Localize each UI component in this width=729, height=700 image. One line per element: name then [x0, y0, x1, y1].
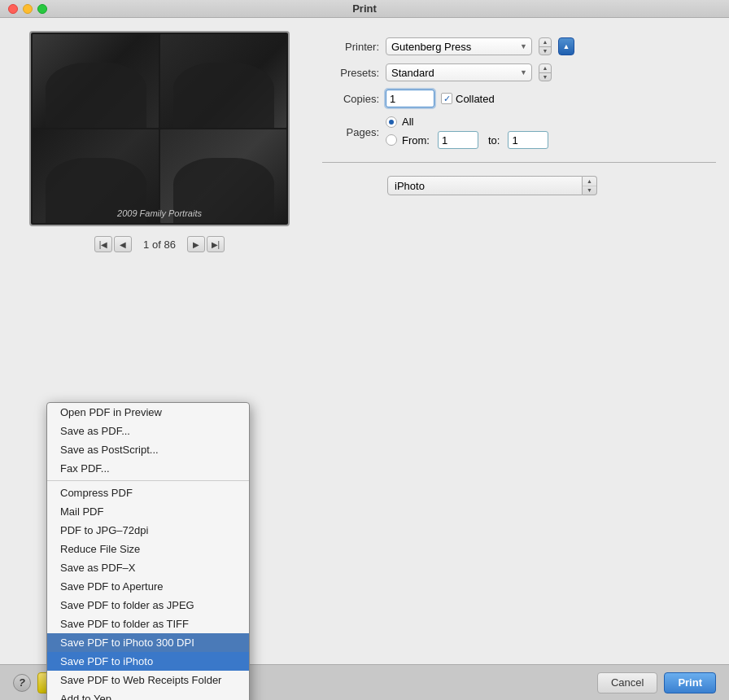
to-label: to:: [488, 134, 500, 147]
first-page-button[interactable]: |◀: [94, 236, 112, 252]
to-input[interactable]: [508, 131, 548, 149]
printer-info-button[interactable]: ▲: [558, 37, 574, 55]
pages-radio-group: All From: to:: [386, 116, 548, 149]
pdf-menu-item-add-yep[interactable]: Add to Yep: [47, 689, 249, 700]
photo-caption: 2009 Family Portraits: [31, 208, 288, 218]
cancel-button[interactable]: Cancel: [597, 672, 657, 693]
iphoto-stepper-up[interactable]: ▲: [583, 177, 596, 186]
presets-select[interactable]: Standard: [386, 63, 532, 81]
page-indicator: 1 of 86: [143, 238, 176, 251]
iphoto-stepper[interactable]: ▲ ▼: [583, 176, 597, 195]
pdf-menu-item-fax-pdf[interactable]: Fax PDF...: [47, 459, 249, 478]
printer-stepper[interactable]: ▲ ▼: [539, 37, 552, 55]
nav-group-right: ▶ ▶|: [187, 236, 225, 252]
printer-row: Printer: Gutenberg Press ▲ ▼ ▲: [322, 37, 716, 55]
pdf-menu-item-save-iphoto-300[interactable]: Save PDF to iPhoto 300 DPI: [47, 633, 249, 652]
pdf-menu-item-compress-pdf[interactable]: Compress PDF: [47, 483, 249, 502]
pdf-menu-item-save-iphoto[interactable]: Save PDF to iPhoto: [47, 652, 249, 671]
iphoto-select[interactable]: iPhoto: [387, 176, 583, 195]
window-controls: [8, 4, 47, 14]
pages-label: Pages:: [322, 126, 379, 138]
photo-cell-1: [33, 34, 159, 128]
print-dialog: Print 2009 Family Portraits |◀ ◀ 1: [0, 0, 729, 700]
collated-checkbox[interactable]: [441, 93, 452, 104]
pdf-menu-item-save-pdfx[interactable]: Save as PDF–X: [47, 558, 249, 577]
pdf-menu-item-save-jpeg[interactable]: Save PDF to folder as JPEG: [47, 596, 249, 615]
from-radio-row: From: to:: [386, 131, 548, 149]
copies-label: Copies:: [322, 93, 379, 105]
nav-group-left: |◀ ◀: [94, 236, 132, 252]
collated-row: Collated: [441, 93, 495, 105]
iphoto-stepper-down[interactable]: ▼: [583, 186, 596, 195]
printer-label: Printer:: [322, 41, 379, 53]
presets-label: Presets:: [322, 67, 379, 79]
from-label: From:: [402, 134, 430, 147]
copies-input[interactable]: [386, 90, 434, 107]
preview-box: 2009 Family Portraits: [29, 31, 290, 226]
presets-stepper[interactable]: ▲ ▼: [539, 63, 552, 81]
printer-select-wrapper: Gutenberg Press: [386, 37, 532, 55]
pages-row: Pages: All From: to:: [322, 116, 716, 149]
iphoto-select-wrapper: iPhoto ▲ ▼: [387, 176, 597, 195]
pdf-menu-item-save-pdf[interactable]: Save as PDF...: [47, 422, 249, 440]
print-button[interactable]: Print: [664, 672, 716, 693]
settings-area: Printer: Gutenberg Press ▲ ▼ ▲ Presets: …: [322, 31, 716, 651]
from-input[interactable]: [438, 131, 478, 149]
maximize-button[interactable]: [37, 4, 47, 14]
printer-select[interactable]: Gutenberg Press: [386, 37, 532, 55]
presets-stepper-up[interactable]: ▲: [539, 64, 551, 73]
pdf-menu-item-open-preview[interactable]: Open PDF in Preview: [47, 403, 249, 422]
copies-row: Copies: Collated: [322, 90, 716, 107]
next-page-button[interactable]: ▶: [187, 236, 205, 252]
presets-row: Presets: Standard ▲ ▼: [322, 63, 716, 81]
minimize-button[interactable]: [23, 4, 33, 14]
separator-1: [322, 162, 716, 163]
pdf-menu-item-save-web[interactable]: Save PDF to Web Receipts Folder: [47, 671, 249, 689]
pdf-dropdown-menu: Open PDF in PreviewSave as PDF...Save as…: [46, 402, 250, 700]
printer-stepper-up[interactable]: ▲: [539, 38, 551, 47]
pdf-menu-item-mail-pdf[interactable]: Mail PDF: [47, 502, 249, 521]
help-button[interactable]: ?: [13, 674, 31, 692]
pdf-menu-item-pdf-jpg[interactable]: PDF to JPG–72dpi: [47, 521, 249, 540]
pdf-menu-item-reduce-size[interactable]: Reduce File Size: [47, 540, 249, 558]
last-page-button[interactable]: ▶|: [207, 236, 225, 252]
pdf-menu-item-save-aperture[interactable]: Save PDF to Aperture: [47, 577, 249, 596]
printer-stepper-down[interactable]: ▼: [539, 47, 551, 55]
preview-nav: |◀ ◀ 1 of 86 ▶ ▶|: [94, 236, 225, 252]
window-title: Print: [352, 2, 377, 15]
all-label: All: [402, 116, 413, 128]
photo-grid: [31, 33, 288, 225]
photo-cell-2: [160, 34, 286, 128]
collated-label: Collated: [456, 93, 495, 105]
presets-select-wrapper: Standard: [386, 63, 532, 81]
all-radio[interactable]: [386, 116, 397, 128]
close-button[interactable]: [8, 4, 18, 14]
pdf-menu-item-save-postscript[interactable]: Save as PostScript...: [47, 440, 249, 459]
titlebar: Print: [0, 0, 729, 18]
from-radio[interactable]: [386, 134, 397, 146]
all-radio-row: All: [386, 116, 548, 128]
iphoto-row: iPhoto ▲ ▼: [387, 176, 716, 195]
menu-separator: [47, 480, 249, 481]
presets-stepper-down[interactable]: ▼: [539, 73, 551, 81]
pdf-menu-item-save-tiff[interactable]: Save PDF to folder as TIFF: [47, 615, 249, 633]
prev-page-button[interactable]: ◀: [114, 236, 132, 252]
